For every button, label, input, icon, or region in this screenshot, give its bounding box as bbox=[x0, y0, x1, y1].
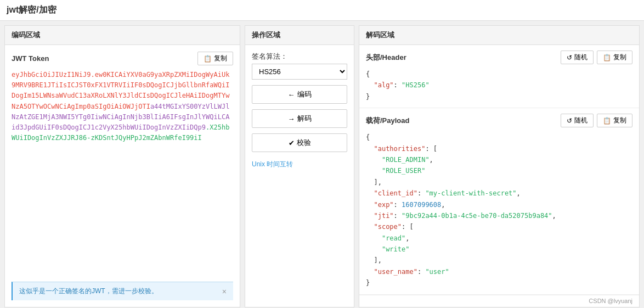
op-panel-body: 签名算法： HS256 HS384 HS512 RS256 RS384 RS51… bbox=[245, 45, 354, 176]
status-bar: 这似乎是一个正确签名的JWT，需进一步校验。 × bbox=[12, 282, 233, 300]
decode-panel: 解码区域 头部/Header ↺ 随机 📋 复制 { "alg": "HS256… bbox=[359, 25, 640, 307]
header-actions: ↺ 随机 📋 复制 bbox=[561, 51, 632, 64]
encode-arrow-icon: ← bbox=[288, 91, 295, 99]
footer-credit: CSDN @lvyuanj bbox=[359, 295, 639, 306]
authorities-key: "authorities" bbox=[374, 145, 425, 153]
jwt-copy-button[interactable]: 📋 复制 bbox=[197, 52, 233, 65]
jwt-label-row: JWT Token 📋 复制 bbox=[12, 52, 233, 65]
payload-copy-label: 复制 bbox=[613, 116, 626, 125]
role-user: "ROLE_USER" bbox=[382, 167, 425, 175]
payload-json-content: { "authorities": [ "ROLE_ADMIN", "ROLE_U… bbox=[366, 132, 632, 288]
decode-arrow-icon: → bbox=[288, 115, 295, 123]
encode-btn-label: 编码 bbox=[297, 89, 312, 99]
header-random-label: 随机 bbox=[574, 53, 587, 62]
copy-icon: 📋 bbox=[204, 55, 212, 63]
role-admin: "ROLE_ADMIN" bbox=[382, 156, 430, 164]
encode-panel: 编码区域 JWT Token 📋 复制 eyJhbGciOiJIUzI1NiJ9… bbox=[4, 25, 240, 307]
alg-section: 签名算法： HS256 HS384 HS512 RS256 RS384 RS51… bbox=[252, 52, 347, 80]
alg-key: "alg" bbox=[374, 81, 393, 89]
op-panel: 操作区域 签名算法： HS256 HS384 HS512 RS256 RS384… bbox=[245, 25, 354, 307]
copy-icon-2: 📋 bbox=[603, 54, 611, 61]
op-panel-header: 操作区域 bbox=[245, 26, 354, 45]
payload-section-header: 载荷/Payload ↺ 随机 📋 复制 bbox=[366, 114, 632, 127]
encode-panel-body: JWT Token 📋 复制 eyJhbGciOiJIUzI1NiJ9.ew0K… bbox=[5, 45, 240, 307]
jti-key: "jti" bbox=[374, 212, 393, 220]
client-id-key: "client_id" bbox=[374, 189, 417, 197]
header-json-content: { "alg": "HS256" } bbox=[366, 69, 632, 102]
jwt-token-text: eyJhbGciOiJIUzI1NiJ9.ew0KICAiYXV0aG9yaXR… bbox=[12, 70, 233, 282]
header-section-header: 头部/Header ↺ 随机 📋 复制 bbox=[366, 51, 632, 64]
header-copy-button[interactable]: 📋 复制 bbox=[597, 51, 632, 64]
header-section: 头部/Header ↺ 随机 📋 复制 { "alg": "HS256" } bbox=[359, 45, 639, 108]
verify-btn-label: 校验 bbox=[297, 138, 311, 148]
main-layout: 编码区域 JWT Token 📋 复制 eyJhbGciOiJIUzI1NiJ9… bbox=[0, 21, 644, 308]
client-id-value: "my-client-with-secret" bbox=[425, 189, 516, 197]
encode-panel-header: 编码区域 bbox=[5, 26, 240, 45]
decode-btn-label: 解码 bbox=[297, 114, 312, 124]
alg-label: 签名算法： bbox=[252, 52, 347, 61]
payload-copy-button[interactable]: 📋 复制 bbox=[597, 114, 632, 127]
verify-button[interactable]: ✔ 校验 bbox=[252, 133, 347, 152]
payload-random-label: 随机 bbox=[574, 116, 587, 125]
random-icon-2: ↺ bbox=[567, 117, 572, 125]
unix-time-link[interactable]: Unix 时间互转 bbox=[252, 160, 347, 169]
payload-section: 载荷/Payload ↺ 随机 📋 复制 { "authorities": [ … bbox=[359, 108, 639, 294]
payload-actions: ↺ 随机 📋 复制 bbox=[561, 114, 632, 127]
random-icon: ↺ bbox=[567, 54, 572, 61]
page-title: jwt解密/加密 bbox=[0, 0, 644, 21]
header-random-button[interactable]: ↺ 随机 bbox=[561, 51, 594, 64]
header-section-title: 头部/Header bbox=[366, 53, 406, 63]
scope-write: "write" bbox=[382, 245, 410, 253]
payload-random-button[interactable]: ↺ 随机 bbox=[561, 114, 594, 127]
jti-value: "9bc92a44-0b1a-4c5e-be70-da52075b9a84" bbox=[402, 212, 552, 220]
scope-key: "scope" bbox=[374, 223, 402, 231]
user-name-value: "user" bbox=[425, 268, 449, 276]
decode-panel-header: 解码区域 bbox=[359, 26, 639, 45]
user-name-key: "user_name" bbox=[374, 268, 417, 276]
alg-value: "HS256" bbox=[402, 81, 430, 89]
jwt-token-label: JWT Token bbox=[12, 54, 49, 63]
status-message: 这似乎是一个正确签名的JWT，需进一步校验。 bbox=[19, 287, 158, 296]
status-close-button[interactable]: × bbox=[222, 287, 227, 296]
exp-value: 1607099608 bbox=[402, 201, 441, 209]
payload-section-title: 载荷/Payload bbox=[366, 116, 409, 126]
decode-button[interactable]: → 解码 bbox=[252, 109, 347, 128]
scope-read: "read" bbox=[382, 234, 405, 242]
exp-key: "exp" bbox=[374, 201, 393, 209]
verify-check-icon: ✔ bbox=[289, 139, 295, 147]
encode-button[interactable]: ← 编码 bbox=[252, 85, 347, 104]
copy-btn-label: 复制 bbox=[214, 54, 227, 63]
copy-icon-3: 📋 bbox=[603, 117, 611, 125]
header-copy-label: 复制 bbox=[613, 53, 626, 62]
algorithm-select[interactable]: HS256 HS384 HS512 RS256 RS384 RS512 bbox=[252, 64, 347, 80]
